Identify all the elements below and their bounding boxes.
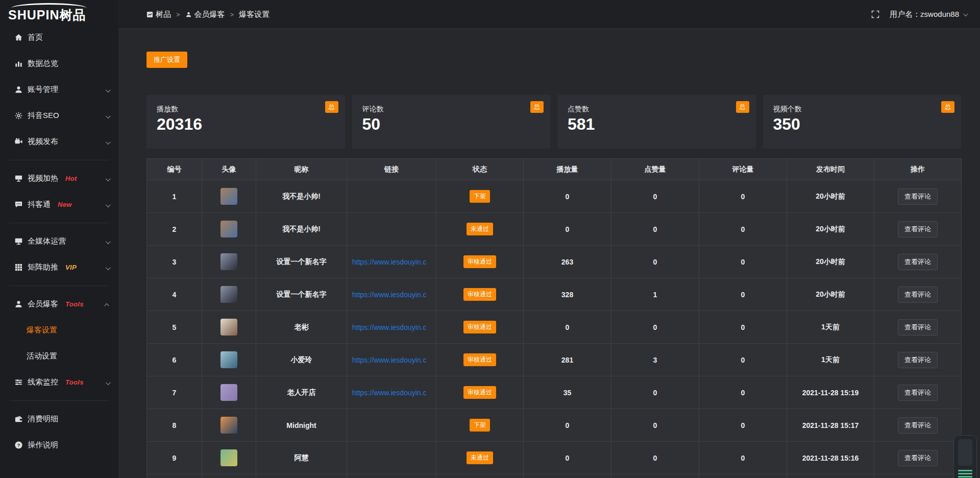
- cell-plays: 281: [524, 344, 611, 376]
- cell-link: https://www.iesdouyin.c: [347, 311, 436, 344]
- user-menu[interactable]: 用户名：zswodun88: [890, 10, 967, 19]
- view-comments-button[interactable]: 查看评论: [898, 319, 938, 336]
- sidebar-item-1[interactable]: 数据总览: [0, 51, 118, 77]
- gear-icon: [13, 111, 23, 121]
- table-row-5: 6小爱玲https://www.iesdouyin.c审核通过281301天前查…: [147, 344, 962, 376]
- cell-id: [147, 474, 202, 478]
- sliders-icon: [13, 377, 23, 388]
- sidebar-subitem-label: 活动设置: [27, 351, 57, 361]
- sidebar-item-10[interactable]: 矩阵助推VIP: [0, 254, 118, 280]
- cell-link: [347, 409, 436, 442]
- cell-time: 2021-11-28 15:16: [787, 442, 874, 474]
- grid-icon: [13, 262, 23, 273]
- sidebar-item-6[interactable]: 视频加热Hot: [0, 165, 118, 192]
- customer-service-widget[interactable]: [953, 435, 977, 478]
- sidebar-subitem-12-0[interactable]: 爆客设置: [0, 317, 118, 343]
- cell-id: 5: [147, 311, 202, 344]
- cell-link: https://www.iesdouyin.c: [347, 344, 436, 376]
- cell-time: 20小时前: [787, 278, 874, 311]
- view-comments-button[interactable]: 查看评论: [898, 188, 938, 205]
- cell-time: [787, 474, 874, 478]
- cell-avatar: [202, 474, 256, 478]
- video-link[interactable]: https://www.iesdouyin.c: [352, 258, 427, 266]
- stat-total-badge: 总: [941, 101, 954, 113]
- status-badge: 审核通过: [463, 386, 496, 399]
- sidebar-divider: [9, 400, 109, 401]
- column-header: 头像: [202, 159, 256, 180]
- videos-table: 编号头像昵称链接状态播放量点赞量评论量发布时间操作 1我不是小帅!下架00020…: [146, 158, 962, 478]
- svg-text:?: ?: [17, 442, 20, 448]
- view-comments-button[interactable]: 查看评论: [898, 254, 938, 270]
- sidebar-item-12[interactable]: 会员爆客Tools: [0, 291, 118, 317]
- cell-status: 未通过: [436, 442, 524, 474]
- view-comments-button[interactable]: 查看评论: [898, 286, 938, 303]
- cell-time: 2021-11-28 15:17: [787, 409, 874, 442]
- sidebar-item-label: 账号管理: [28, 85, 58, 94]
- stat-value: 350: [773, 115, 951, 133]
- sidebar-subitem-12-1[interactable]: 活动设置: [0, 343, 118, 369]
- topbar: 树品>会员爆客>爆客设置 用户名：zswodun88: [118, 0, 980, 29]
- column-header: 操作: [874, 159, 962, 180]
- video-link[interactable]: https://www.iesdouyin.c: [352, 356, 427, 364]
- breadcrumb-item-1[interactable]: 会员爆客: [185, 10, 225, 19]
- breadcrumb-item-0[interactable]: 树品: [146, 10, 171, 19]
- cell-link: [347, 442, 436, 474]
- sidebar-item-15[interactable]: 消费明细: [0, 406, 118, 432]
- logo-cn: 树品: [59, 8, 86, 22]
- user-icon: [13, 299, 23, 309]
- view-comments-button[interactable]: 查看评论: [898, 352, 938, 368]
- video-link[interactable]: https://www.iesdouyin.c: [352, 389, 427, 397]
- promo-settings-button[interactable]: 推广设置: [146, 52, 187, 68]
- table-row-4: 5老彬https://www.iesdouyin.c审核通过0001天前查看评论: [147, 311, 962, 344]
- cell-id: 2: [147, 213, 202, 246]
- status-badge: 审核通过: [463, 255, 496, 268]
- cell-link: [347, 474, 436, 478]
- cell-link: [347, 180, 436, 213]
- stat-card-1: 评论数50总: [352, 95, 551, 149]
- video-link[interactable]: https://www.iesdouyin.c: [352, 291, 427, 299]
- cell-id: 7: [147, 376, 202, 409]
- column-header: 发布时间: [787, 159, 874, 180]
- breadcrumb-item-2[interactable]: 爆客设置: [239, 10, 270, 19]
- cell-status: 审核通过: [436, 246, 524, 278]
- cell-status: 审核通过: [436, 278, 524, 311]
- sidebar-item-3[interactable]: 抖音SEO: [0, 103, 118, 129]
- sidebar-item-label: 视频发布: [28, 137, 58, 147]
- view-comments-button[interactable]: 查看评论: [898, 221, 938, 237]
- fullscreen-icon[interactable]: [871, 10, 879, 18]
- status-badge: 审核通过: [463, 288, 496, 301]
- sidebar-item-label: 线索监控: [28, 377, 58, 387]
- cell-id: 4: [147, 278, 202, 311]
- cell-actions: 查看评论: [874, 278, 962, 311]
- main-content: 推广设置 播放数20316总评论数50总点赞数581总视频个数350总 编号头像…: [118, 29, 980, 478]
- sidebar-item-label: 操作说明: [28, 440, 58, 450]
- view-comments-button[interactable]: 查看评论: [898, 385, 938, 401]
- video-link[interactable]: https://www.iesdouyin.c: [352, 323, 427, 331]
- table-header-row: 编号头像昵称链接状态播放量点赞量评论量发布时间操作: [147, 159, 962, 180]
- sidebar-item-7[interactable]: 抖客通New: [0, 192, 118, 218]
- chevron-down-icon: [106, 237, 109, 246]
- cell-nickname: 小爱玲: [256, 344, 347, 376]
- breadcrumb-separator: >: [176, 11, 180, 18]
- cell-nickname: 老人开店: [256, 376, 347, 409]
- avatar: [220, 351, 237, 368]
- view-comments-button[interactable]: 查看评论: [898, 417, 938, 434]
- widget-screen: [958, 439, 972, 466]
- cell-nickname: [256, 474, 347, 478]
- cell-nickname: 设置一个新名字: [256, 246, 347, 278]
- sidebar-item-2[interactable]: 账号管理: [0, 77, 118, 103]
- status-badge: 审核通过: [463, 353, 496, 366]
- cell-link: [347, 213, 436, 246]
- avatar: [220, 384, 237, 401]
- avatar: [220, 417, 237, 434]
- sidebar-item-4[interactable]: 视频发布: [0, 129, 118, 155]
- column-header: 状态: [436, 159, 524, 180]
- sidebar-item-16[interactable]: ?操作说明: [0, 432, 118, 458]
- sidebar-item-13[interactable]: 线索监控Tools: [0, 369, 118, 395]
- sidebar-item-label: 数据总览: [28, 59, 58, 68]
- view-comments-button[interactable]: 查看评论: [898, 450, 938, 466]
- table-row-3: 4设置一个新名字https://www.iesdouyin.c审核通过32810…: [147, 278, 962, 311]
- sidebar-item-9[interactable]: 全媒体运营: [0, 228, 118, 254]
- sidebar-item-0[interactable]: 首页: [0, 25, 118, 51]
- chart-bar-icon: [13, 59, 23, 69]
